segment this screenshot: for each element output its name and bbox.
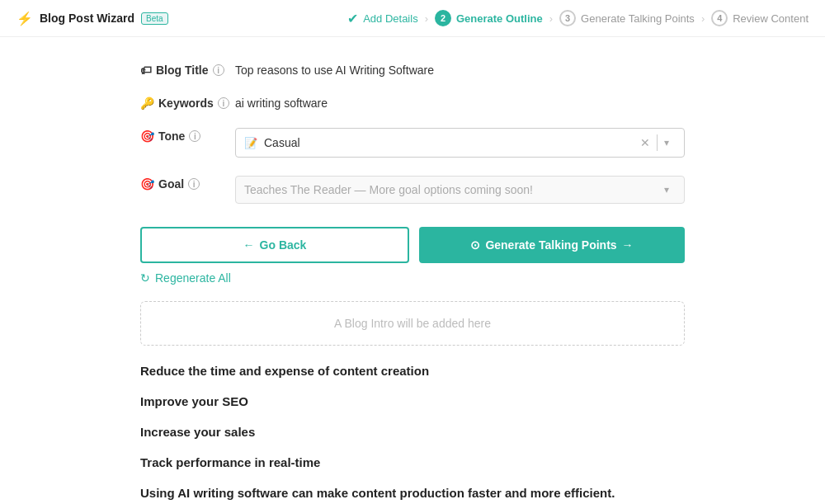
step-generate-outline: 2 Generate Outline — [435, 10, 543, 26]
outline-item-3: Increase your sales — [140, 417, 685, 447]
tone-label-text: Tone — [158, 130, 185, 143]
step-4-label: Review Content — [733, 12, 808, 25]
step-arrow-3: › — [701, 12, 705, 25]
outline-item-4: Track performance in real-time — [140, 447, 685, 478]
tone-info-icon[interactable]: i — [189, 130, 200, 142]
tone-icon: 🎯 — [140, 130, 154, 143]
tone-select-left: 📝 Casual — [244, 136, 300, 149]
goal-info-icon[interactable]: i — [188, 178, 200, 190]
wizard-icon: ⚡ — [16, 11, 33, 26]
blog-title-info-icon[interactable]: i — [213, 64, 224, 76]
back-button-label: Go Back — [260, 238, 307, 252]
outline-item-5: Using AI writing software can make conte… — [140, 478, 685, 504]
step-generate-talking-points: 3 Generate Talking Points — [559, 10, 695, 26]
step-1-check: ✔ — [347, 11, 358, 26]
outline-items: Reduce the time and expense of content c… — [140, 356, 685, 504]
tone-label: 🎯 Tone i — [140, 128, 235, 143]
main-content: 🏷 Blog Title i Top reasons to use AI Wri… — [124, 37, 701, 504]
outline-item-1: Reduce the time and expense of content c… — [140, 356, 685, 386]
tone-chevron-icon[interactable]: ▾ — [658, 137, 676, 148]
goal-select-display[interactable]: Teaches The Reader — More goal options c… — [235, 176, 685, 204]
generate-icon: ⊙ — [470, 238, 480, 252]
back-arrow-icon: ← — [243, 238, 255, 252]
step-1-label: Add Details — [363, 12, 417, 25]
tone-value-icon: 📝 — [244, 137, 257, 149]
goal-icon: 🎯 — [140, 177, 154, 191]
blog-title-label-text: Blog Title — [156, 64, 209, 77]
step-arrow-2: › — [549, 12, 553, 25]
keywords-label: 🔑 Keywords i — [140, 95, 235, 110]
outline-item-2: Improve your SEO — [140, 386, 685, 417]
keywords-label-text: Keywords — [158, 97, 214, 110]
steps-nav: ✔ Add Details › 2 Generate Outline › 3 G… — [347, 10, 808, 26]
keywords-info-icon[interactable]: i — [218, 97, 229, 109]
tone-controls: ✕ ▾ — [634, 134, 676, 151]
generate-talking-points-button[interactable]: ⊙ Generate Talking Points → — [419, 227, 685, 263]
blog-intro-placeholder: A Blog Intro will be added here — [140, 301, 685, 346]
tone-row: 🎯 Tone i 📝 Casual ✕ ▾ — [140, 128, 685, 158]
wizard-logo: ⚡ Blog Post Wizard Beta — [16, 11, 168, 26]
generate-button-label: Generate Talking Points — [485, 238, 616, 252]
keywords-value: ai writing software — [235, 95, 685, 110]
intro-placeholder-text: A Blog Intro will be added here — [334, 317, 491, 330]
step-3-num: 3 — [559, 10, 576, 26]
goal-chevron-icon[interactable]: ▾ — [658, 184, 676, 195]
regenerate-icon: ↻ — [140, 271, 150, 285]
regenerate-label: Regenerate All — [155, 271, 231, 285]
generate-arrow-icon: → — [622, 238, 634, 252]
tone-select-wrapper[interactable]: 📝 Casual ✕ ▾ — [235, 128, 685, 158]
wizard-title: Blog Post Wizard — [40, 12, 134, 25]
header: ⚡ Blog Post Wizard Beta ✔ Add Details › … — [0, 0, 825, 37]
tone-clear-button[interactable]: ✕ — [634, 136, 657, 149]
keywords-icon: 🔑 — [140, 97, 154, 110]
goal-label: 🎯 Goal i — [140, 176, 235, 191]
blog-title-icon: 🏷 — [140, 64, 152, 77]
step-2-label: Generate Outline — [456, 12, 543, 25]
blog-title-label: 🏷 Blog Title i — [140, 62, 235, 77]
goal-label-text: Goal — [158, 177, 184, 191]
regenerate-all-button[interactable]: ↻ Regenerate All — [140, 271, 231, 285]
buttons-row: ← Go Back ⊙ Generate Talking Points → — [140, 227, 685, 263]
goal-select-wrapper[interactable]: Teaches The Reader — More goal options c… — [235, 176, 685, 204]
goal-placeholder: Teaches The Reader — More goal options c… — [244, 183, 533, 196]
go-back-button[interactable]: ← Go Back — [140, 227, 409, 263]
beta-badge: Beta — [141, 12, 168, 25]
tone-value: Casual — [264, 136, 300, 149]
step-4-num: 4 — [711, 10, 728, 26]
blog-title-value: Top reasons to use AI Writing Software — [235, 62, 685, 77]
step-arrow-1: › — [425, 12, 428, 25]
blog-title-row: 🏷 Blog Title i Top reasons to use AI Wri… — [140, 62, 685, 77]
goal-row: 🎯 Goal i Teaches The Reader — More goal … — [140, 176, 685, 204]
step-2-num: 2 — [435, 10, 451, 26]
step-3-label: Generate Talking Points — [581, 12, 695, 25]
step-add-details: ✔ Add Details — [347, 11, 417, 26]
tone-select-display[interactable]: 📝 Casual ✕ ▾ — [235, 128, 685, 158]
step-review-content: 4 Review Content — [711, 10, 808, 26]
keywords-row: 🔑 Keywords i ai writing software — [140, 95, 685, 110]
